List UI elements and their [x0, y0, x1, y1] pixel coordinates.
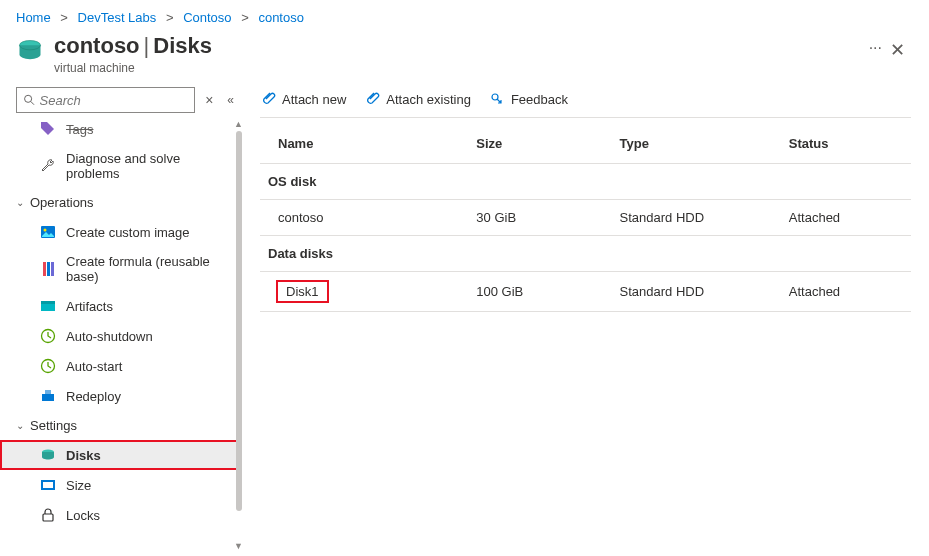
chevron-down-icon: ⌄ [16, 197, 24, 208]
section-data-disks: Data disks [260, 236, 911, 272]
svg-point-2 [25, 95, 32, 102]
disk-name-link[interactable]: Disk1 [278, 282, 327, 301]
sidebar-item-redeploy[interactable]: Redeploy [0, 381, 238, 411]
redeploy-icon [40, 388, 56, 404]
sidebar-item-label: Redeploy [66, 389, 121, 404]
nav-scroll: Tags Diagnose and solve problems ⌄ Opera… [0, 119, 242, 551]
svg-point-5 [44, 229, 47, 232]
breadcrumb-devtest-labs[interactable]: DevTest Labs [78, 10, 157, 25]
col-header-type[interactable]: Type [612, 124, 781, 164]
disk-name-cell: contoso [260, 200, 468, 236]
content-pane: Attach new Attach existing Feedback Name… [242, 85, 929, 551]
sidebar-item-locks[interactable]: Locks [0, 500, 238, 530]
breadcrumb: Home > DevTest Labs > Contoso > contoso [0, 0, 929, 33]
search-input[interactable] [40, 93, 189, 108]
title-bar: contoso|Disks virtual machine ··· ✕ [0, 33, 929, 85]
more-actions-button[interactable]: ··· [869, 39, 882, 57]
sidebar-item-tags[interactable]: Tags [0, 119, 238, 144]
svg-rect-6 [43, 262, 46, 276]
clock-icon [40, 358, 56, 374]
clear-search-button[interactable]: × [201, 92, 217, 108]
collapse-sidebar-button[interactable]: « [223, 93, 238, 107]
sidebar-item-disks[interactable]: Disks [0, 440, 238, 470]
search-input-wrap[interactable] [16, 87, 195, 113]
svg-line-3 [31, 102, 34, 105]
image-icon [40, 224, 56, 240]
sidebar-item-auto-shutdown[interactable]: Auto-shutdown [0, 321, 238, 351]
sidebar-item-label: Artifacts [66, 299, 113, 314]
breadcrumb-contoso-vm[interactable]: contoso [258, 10, 304, 25]
sidebar-item-label: Locks [66, 508, 100, 523]
svg-rect-8 [51, 262, 54, 276]
svg-rect-10 [41, 301, 55, 304]
section-name: Disks [153, 33, 212, 58]
scroll-down-icon[interactable]: ▼ [234, 541, 242, 551]
sidebar-item-create-custom-image[interactable]: Create custom image [0, 217, 238, 247]
svg-rect-17 [43, 482, 53, 488]
sidebar-group-label: Settings [30, 418, 77, 433]
sidebar-item-diagnose[interactable]: Diagnose and solve problems [0, 144, 238, 188]
disk-status-cell: Attached [781, 272, 911, 312]
table-row[interactable]: Disk1 100 GiB Standard HDD Attached [260, 272, 911, 312]
disk-name-cell[interactable]: Disk1 [260, 272, 468, 312]
artifacts-icon [40, 298, 56, 314]
attach-existing-button[interactable]: Attach existing [364, 91, 471, 107]
toolbar-btn-label: Attach new [282, 92, 346, 107]
section-label: Data disks [260, 236, 911, 272]
sidebar-item-label: Tags [66, 122, 93, 137]
sidebar-group-label: Operations [30, 195, 94, 210]
sidebar-group-operations[interactable]: ⌄ Operations [0, 188, 238, 217]
table-row[interactable]: contoso 30 GiB Standard HDD Attached [260, 200, 911, 236]
sidebar: × « Tags Diagnose and solve problems ⌄ O… [0, 85, 242, 551]
sidebar-item-label: Auto-shutdown [66, 329, 153, 344]
disks-table: Name Size Type Status OS disk contoso 30… [260, 124, 911, 312]
resource-name: contoso [54, 33, 140, 58]
sidebar-item-label: Disks [66, 448, 101, 463]
section-os-disk: OS disk [260, 164, 911, 200]
attach-icon [260, 91, 276, 107]
attach-new-button[interactable]: Attach new [260, 91, 346, 107]
disk-status-cell: Attached [781, 200, 911, 236]
search-icon [23, 93, 36, 107]
sidebar-item-auto-start[interactable]: Auto-start [0, 351, 238, 381]
sidebar-scrollbar[interactable]: ▲ ▼ [234, 119, 242, 551]
disk-type-cell: Standard HDD [612, 272, 781, 312]
chevron-right-icon: > [166, 10, 174, 25]
sidebar-item-create-formula[interactable]: Create formula (reusable base) [0, 247, 238, 291]
feedback-button[interactable]: Feedback [489, 91, 568, 107]
svg-rect-14 [45, 390, 51, 394]
attach-icon [364, 91, 380, 107]
formula-icon [40, 261, 56, 277]
page-title: contoso|Disks [54, 33, 857, 59]
chevron-right-icon: > [60, 10, 68, 25]
disk-size-cell: 100 GiB [468, 272, 611, 312]
sidebar-item-label: Create formula (reusable base) [66, 254, 230, 284]
scrollbar-thumb[interactable] [236, 131, 242, 511]
feedback-icon [489, 91, 505, 107]
scroll-up-icon[interactable]: ▲ [234, 119, 242, 129]
sidebar-item-label: Diagnose and solve problems [66, 151, 230, 181]
sidebar-item-label: Size [66, 478, 91, 493]
col-header-name[interactable]: Name [260, 124, 468, 164]
size-icon [40, 477, 56, 493]
col-header-size[interactable]: Size [468, 124, 611, 164]
clock-icon [40, 328, 56, 344]
svg-rect-13 [42, 394, 54, 401]
svg-rect-18 [43, 514, 53, 521]
toolbar-btn-label: Attach existing [386, 92, 471, 107]
toolbar-btn-label: Feedback [511, 92, 568, 107]
close-button[interactable]: ✕ [882, 35, 913, 65]
disk-size-cell: 30 GiB [468, 200, 611, 236]
toolbar: Attach new Attach existing Feedback [260, 87, 911, 118]
breadcrumb-contoso-lab[interactable]: Contoso [183, 10, 231, 25]
chevron-down-icon: ⌄ [16, 420, 24, 431]
svg-rect-7 [47, 262, 50, 276]
tag-icon [40, 121, 56, 137]
breadcrumb-home[interactable]: Home [16, 10, 51, 25]
col-header-status[interactable]: Status [781, 124, 911, 164]
sidebar-item-size[interactable]: Size [0, 470, 238, 500]
resource-type-label: virtual machine [54, 61, 857, 75]
section-label: OS disk [260, 164, 911, 200]
sidebar-item-artifacts[interactable]: Artifacts [0, 291, 238, 321]
sidebar-group-settings[interactable]: ⌄ Settings [0, 411, 238, 440]
